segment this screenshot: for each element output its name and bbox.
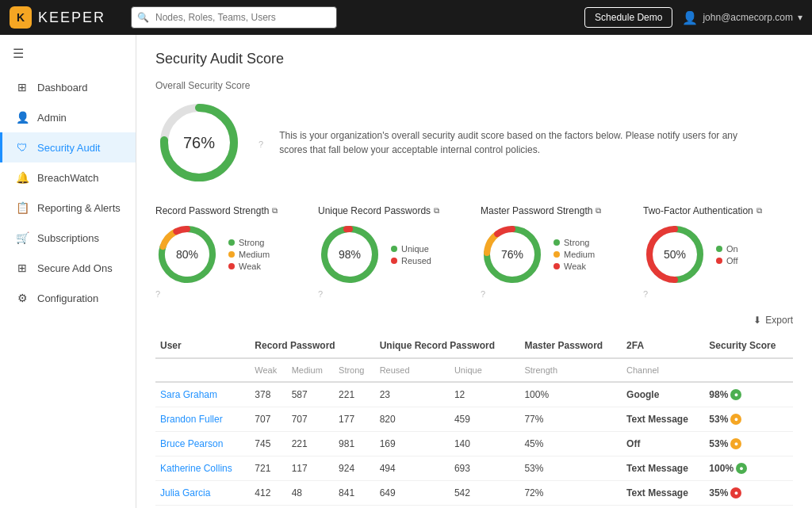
sidebar-item-reporting-alerts[interactable]: 📋 Reporting & Alerts [0,193,136,223]
sidebar-item-configuration[interactable]: ⚙ Configuration [0,283,136,313]
external-link-icon[interactable]: ⧉ [434,206,439,216]
metric-help-icon[interactable]: ? [643,289,793,299]
external-link-icon[interactable]: ⧉ [756,206,762,216]
sidebar-label-reporting-alerts: Reporting & Alerts [37,202,121,214]
legend-dot [228,263,235,269]
legend-label: Strong [239,238,264,247]
metric-donut-circle: 80% [155,223,219,286]
sidebar-item-security-audit[interactable]: 🛡 Security Audit [0,132,136,162]
metric-donut-circle: 76% [481,223,544,286]
badge-dot: ● [730,438,741,449]
security-audit-icon: 🛡 [15,140,29,155]
sidebar-item-secure-add-ons[interactable]: ⊞ Secure Add Ons [0,253,136,283]
score-badge: 98% ● [709,389,741,400]
col-subheader [704,358,793,382]
metric-title: Unique Record Passwords ⧉ [318,205,468,216]
schedule-demo-button[interactable]: Schedule Demo [584,7,672,28]
legend-label: Reused [401,256,431,265]
col-subheader: Reused [375,358,450,382]
sidebar: ☰ ⊞ Dashboard 👤 Admin 🛡 Security Audit 🔔… [0,35,136,508]
metric-help-icon[interactable]: ? [481,289,630,299]
metric-help-icon[interactable]: ? [318,289,468,299]
score-cell: 53% ● [704,432,793,456]
user-name-cell[interactable]: Brandon Fuller [155,407,250,432]
page-title: Security Audit Score [155,51,793,67]
user-name-cell[interactable]: Sara Graham [155,382,250,407]
table-row: Brandon Fuller 707 707 177 820 459 77% T… [155,407,793,432]
weak-cell: 378 [250,382,286,407]
main-layout: ☰ ⊞ Dashboard 👤 Admin 🛡 Security Audit 🔔… [0,35,812,508]
overall-score-value: 76% [183,134,215,152]
sidebar-label-security-audit: Security Audit [37,142,101,154]
legend-label: Medium [239,250,270,259]
dashboard-icon: ⊞ [15,80,29,94]
legend-label: Weak [564,262,586,271]
strength-cell: 53% [519,456,622,481]
channel-cell: Text Message [622,456,704,481]
user-name-cell[interactable]: Bruce Pearson [155,432,250,456]
medium-cell: 587 [287,382,334,407]
col-subheader: Channel [622,358,704,382]
external-link-icon[interactable]: ⧉ [596,206,601,216]
table-row: Sara Graham 378 587 221 23 12 100% Googl… [155,382,793,407]
legend-dot [228,251,235,258]
unique-cell: 542 [450,481,520,506]
sidebar-hamburger[interactable]: ☰ [0,35,136,72]
user-dropdown-icon[interactable]: ▾ [798,12,802,23]
metric-help-icon[interactable]: ? [155,289,305,299]
channel-cell: Off [622,432,704,456]
score-cell: 35% ● [704,481,793,506]
score-cell: 53% ● [704,407,793,432]
security-audit-table: UserRecord PasswordUnique Record Passwor… [155,334,793,508]
metric-two-factor-auth: Two-Factor Authentication ⧉ 50% On Off ? [643,205,793,299]
strong-cell: 924 [334,456,375,481]
legend-item: On [716,244,738,254]
user-name-cell[interactable]: Julia Garcia [155,481,250,506]
col-subheader: Weak [250,358,286,382]
export-button[interactable]: ⬇ Export [753,315,793,326]
badge-dot: ● [736,463,747,474]
sidebar-item-admin[interactable]: 👤 Admin [0,102,136,132]
medium-cell: 221 [287,432,334,456]
sidebar-label-configuration: Configuration [37,292,98,304]
score-badge: 100% ● [709,463,747,474]
medium-cell: 980 [287,506,334,509]
strong-cell: 221 [334,382,375,407]
sidebar-item-breachwatch[interactable]: 🔔 BreachWatch [0,162,136,193]
user-name-cell[interactable]: Katherine Collins [155,456,250,481]
metric-value: 80% [176,248,198,261]
export-label: Export [765,315,793,326]
sidebar-item-subscriptions[interactable]: 🛒 Subscriptions [0,223,136,253]
weak-cell: 707 [250,407,286,432]
table-row: Bruce Pearson 745 221 981 169 140 45% Of… [155,432,793,456]
sidebar-label-secure-add-ons: Secure Add Ons [37,262,113,274]
search-icon: 🔍 [137,12,149,23]
metric-title-text: Master Password Strength [481,205,592,216]
user-name-cell[interactable]: Tammy Jimenez [155,506,250,509]
metric-unique-record-passwords: Unique Record Passwords ⧉ 98% Unique Reu… [318,205,468,299]
score-cell: 98% ● [704,382,793,407]
logo: K KEEPER [10,6,105,29]
search-input[interactable] [131,6,337,29]
strong-cell: 981 [334,432,375,456]
col-subheader [155,358,250,382]
external-link-icon[interactable]: ⧉ [272,206,278,216]
score-badge: 53% ● [709,414,741,425]
badge-dot: ● [730,414,741,425]
sidebar-item-dashboard[interactable]: ⊞ Dashboard [0,72,136,102]
search-bar[interactable]: 🔍 [131,6,337,29]
metric-title: Two-Factor Authentication ⧉ [643,205,793,216]
col-subheader: Strong [334,358,375,382]
weak-cell: 721 [250,456,286,481]
legend-dot [391,258,397,264]
strong-cell: 841 [334,481,375,506]
score-badge: 35% ● [709,487,741,498]
content-area: Security Audit Score Overall Security Sc… [136,35,812,508]
legend-dot [716,258,722,264]
overall-score-help-icon[interactable]: ? [259,139,263,149]
metrics-row: Record Password Strength ⧉ 80% Strong Me… [155,205,793,299]
logo-icon: K [10,6,32,29]
legend-label: Weak [239,262,261,271]
metric-legend: On Off [716,244,738,265]
legend-dot [553,239,560,246]
